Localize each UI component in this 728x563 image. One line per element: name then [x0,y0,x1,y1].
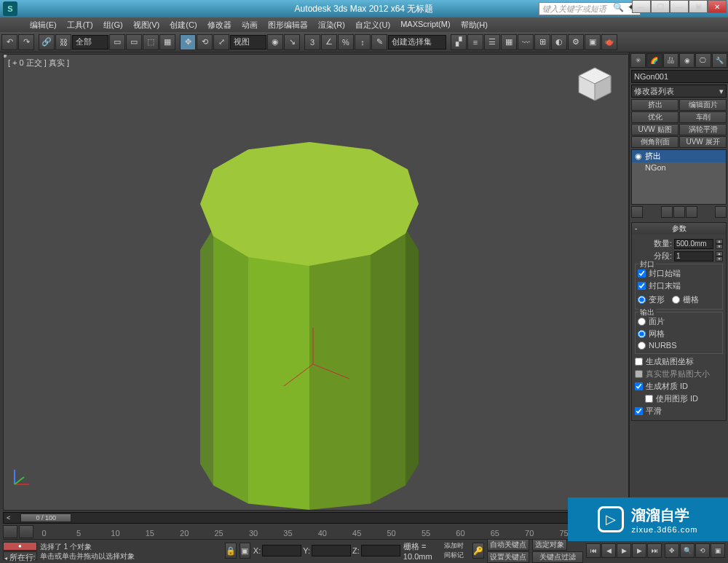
chk-cap-start[interactable]: 封口始端 [638,268,720,279]
coord-z-input[interactable] [361,545,400,556]
orbit-button[interactable]: ⟲ [695,543,710,558]
configure-sets-button[interactable] [715,206,727,218]
object-ngon-prism[interactable] [200,120,419,511]
percent-snap-button[interactable]: % [338,34,354,50]
close-button[interactable]: ✕ [708,0,727,13]
modbtn-lathe[interactable]: 车削 [679,111,727,123]
keyfilter-sel-dropdown[interactable]: 选定对象 [532,539,567,551]
prev-frame-button[interactable]: ◀ [601,543,616,558]
key-mode-button[interactable]: 🔑 [472,543,484,559]
minimize2-button[interactable]: — [670,0,689,13]
pin-stack-button[interactable] [631,206,643,218]
viewcube[interactable] [574,63,615,104]
move-button[interactable]: ✥ [180,34,196,50]
viewport-label[interactable]: [ + 0 正交 ] 真实 ] [8,58,69,68]
menu-grapheditors[interactable]: 图形编辑器 [263,17,313,32]
trackbar-toggle-button[interactable] [3,525,17,538]
menu-tools[interactable]: 工具(T) [62,17,98,32]
edit-named-button[interactable]: ✎ [371,34,387,50]
amount-spinner[interactable]: 500.0mm [674,239,713,249]
modifier-stack[interactable]: ◉挤出 NGon [631,149,727,205]
setkey-button[interactable]: 设置关键点 [487,551,529,563]
window-crossing-button[interactable]: ▦ [159,34,175,50]
rad-patch[interactable]: 面片 [638,316,720,327]
search-icon[interactable]: 🔍 [613,2,623,12]
pan-button[interactable]: ✥ [665,543,679,558]
trackbar-filter-button[interactable] [19,525,33,538]
select-manipulate-button[interactable]: ↘ [284,34,300,50]
angle-snap-button[interactable]: ∠ [321,34,337,50]
menu-create[interactable]: 创建(C) [165,17,202,32]
lock-selection-button[interactable]: 🔒 [225,543,237,559]
chk-cap-end[interactable]: 封口末端 [638,280,720,291]
rotate-button[interactable]: ⟲ [197,34,213,50]
coord-x-input[interactable] [262,545,301,556]
menu-edit[interactable]: 编辑(E) [25,17,62,32]
goto-start-button[interactable]: ⏮ [586,543,601,558]
isolate-button[interactable]: ▣ [240,543,250,559]
menu-view[interactable]: 视图(V) [128,17,165,32]
maximize-vp-button[interactable]: ▣ [711,543,725,558]
render-setup-button[interactable]: ⚙ [568,34,584,50]
remove-mod-button[interactable] [686,206,697,218]
material-editor-button[interactable]: ◐ [551,34,567,50]
menu-animation[interactable]: 动画 [237,17,263,32]
render-button[interactable]: 🫖 [601,34,617,50]
amount-spin-buttons[interactable]: ▲▼ [716,239,723,249]
segments-spin-buttons[interactable]: ▲▼ [716,251,723,261]
selection-filter-dropdown[interactable]: 全部 [72,35,108,50]
zoom-button[interactable]: 🔍 [680,543,695,558]
menu-modifiers[interactable]: 修改器 [202,17,237,32]
viewcube-home-icon[interactable] [3,54,7,58]
link-button[interactable]: 🔗 [39,34,55,50]
keyfilter-button[interactable]: 关键点过滤器... [532,551,583,563]
scale-button[interactable]: ⤢ [213,34,229,50]
rollout-header[interactable]: 参数 [632,223,726,235]
pivot-button[interactable]: ◉ [267,34,283,50]
menu-group[interactable]: 组(G) [98,17,128,32]
modbtn-turbosmooth[interactable]: 涡轮平滑 [679,124,727,135]
render-frame-button[interactable]: ▣ [585,34,601,50]
segments-spinner[interactable]: 1 [674,251,713,261]
stack-item-ngon[interactable]: NGon [632,162,726,173]
spinner-snap-button[interactable]: ↕ [355,34,371,50]
refcoord-dropdown[interactable]: 视图 [230,35,266,50]
modbtn-editpatch[interactable]: 编辑面片 [679,99,727,111]
tab-utilities[interactable]: 🔧 [712,53,727,68]
stack-item-extrude[interactable]: ◉挤出 [632,150,726,162]
play-button[interactable]: ▶ [617,543,631,558]
rad-grid[interactable]: 栅格 [672,294,699,305]
autokey-button[interactable]: 自动关键点 [487,539,529,551]
tab-modify[interactable]: 🌈 [646,53,662,68]
modbtn-bevel[interactable]: 倒角剖面 [631,136,678,148]
modbtn-extrude[interactable]: 挤出 [631,99,678,111]
minimize-button[interactable]: — [632,0,651,13]
time-slider-thumb[interactable]: 0 / 100 [20,513,71,522]
tab-hierarchy[interactable]: 品 [663,53,678,68]
chk-useshapeid[interactable]: 使用图形 ID [635,393,723,404]
modbtn-unwrap[interactable]: UVW 展开 [679,136,727,148]
modbtn-optimize[interactable]: 优化 [631,111,678,123]
object-name-input[interactable] [631,70,728,83]
tab-display[interactable]: 🖵 [695,53,711,68]
snap-toggle-button[interactable]: 3 [304,34,320,50]
chk-genmatid[interactable]: 生成材质 ID [635,381,723,392]
menu-maxscript[interactable]: MAXScript(M) [395,17,455,32]
app-icon[interactable]: S [3,1,17,16]
align-button[interactable]: ≡ [467,34,483,50]
status-row-button[interactable]: ◂ 所在行: [3,551,37,560]
next-frame-button[interactable]: ▶ [632,543,646,558]
goto-end-button[interactable]: ⏭ [647,543,662,558]
undo-button[interactable]: ↶ [1,34,17,50]
tab-create[interactable]: ✳ [630,53,646,68]
named-selection-dropdown[interactable]: 创建选择集 [388,35,446,50]
mirror-button[interactable]: ▞ [451,34,467,50]
add-time-tag-button[interactable]: 添加时间标记 [444,541,470,560]
viewport-perspective[interactable]: [ + 0 正交 ] 真实 ] [3,54,629,511]
schematic-button[interactable]: ⊞ [534,34,550,50]
select-button[interactable]: ▭ [109,34,125,50]
coord-y-input[interactable] [312,545,351,556]
unlink-button[interactable]: ⛓ [55,34,71,50]
select-name-button[interactable]: ▭ [126,34,142,50]
restore-button[interactable]: ❐ [651,0,670,13]
